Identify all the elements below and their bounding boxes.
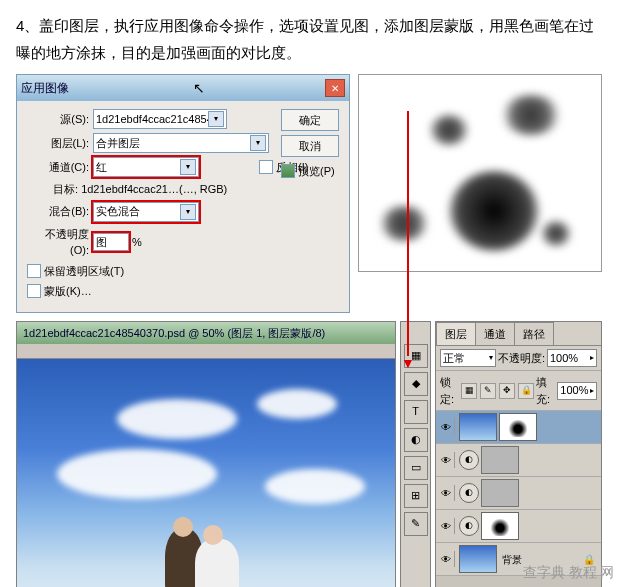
instruction-text: 4、盖印图层，执行应用图像命令操作，选项设置见图，添加图层蒙版，用黑色画笔在过曝…	[0, 0, 618, 74]
lock-transparency-icon[interactable]: ▦	[461, 383, 477, 399]
mask-label: 蒙版(K)…	[44, 283, 92, 300]
red-arrow-line	[407, 111, 409, 356]
adjustment-icon: ◐	[459, 516, 479, 536]
mask-thumb[interactable]	[481, 512, 519, 540]
red-arrow-head: ▼	[401, 353, 415, 374]
document-window: 1d21ebdf4ccac21c48540370.psd @ 50% (图层 1…	[16, 321, 396, 588]
preserve-checkbox[interactable]	[27, 264, 41, 278]
opacity-label: 不透明度(O):	[27, 226, 89, 259]
channel-label: 通道(C):	[27, 159, 89, 176]
mask-thumb[interactable]	[481, 446, 519, 474]
cancel-button[interactable]: 取消	[281, 135, 339, 157]
lock-position-icon[interactable]: ✥	[499, 383, 515, 399]
eye-icon[interactable]: 👁	[438, 485, 455, 501]
watermark: 查字典 教程 网	[523, 562, 614, 583]
opacity-label: 不透明度:	[498, 350, 545, 367]
channel-combo[interactable]: 红▾	[93, 157, 199, 177]
layer-thumb[interactable]	[459, 413, 497, 441]
chevron-down-icon[interactable]: ▾	[180, 204, 196, 220]
layer-row[interactable]: 👁 ◐	[436, 510, 601, 543]
chevron-down-icon[interactable]: ▾	[208, 111, 224, 127]
layer-opacity-input[interactable]: 100%▸	[547, 349, 597, 367]
layer-name: 背景	[502, 552, 522, 567]
source-combo[interactable]: 1d21ebdf4ccac21c4854…▾	[93, 109, 227, 129]
tab-paths[interactable]: 路径	[514, 322, 554, 346]
dialog-title: 应用图像	[21, 79, 193, 97]
dialog-titlebar: 应用图像 ↖ ✕	[17, 75, 349, 101]
tool-button[interactable]: ⊞	[404, 484, 428, 508]
preview-label: 预览(P)	[298, 163, 335, 180]
eye-icon[interactable]: 👁	[438, 419, 455, 435]
layer-row[interactable]: 👁 ◐	[436, 444, 601, 477]
mask-thumb[interactable]	[499, 413, 537, 441]
chevron-down-icon[interactable]: ▾	[250, 135, 266, 151]
apply-image-dialog: 应用图像 ↖ ✕ 确定 取消 预览(P) 源(S): 1d21ebdf4ccac…	[16, 74, 350, 313]
lock-pixels-icon[interactable]: ✎	[480, 383, 496, 399]
photo-subject	[147, 469, 257, 587]
blend-combo[interactable]: 实色混合▾	[93, 202, 199, 222]
eye-icon[interactable]: 👁	[438, 518, 455, 534]
lock-all-icon[interactable]: 🔒	[518, 383, 534, 399]
opacity-input[interactable]: 图	[93, 233, 129, 251]
layer-combo[interactable]: 合并图层▾	[93, 133, 269, 153]
eye-icon[interactable]: 👁	[438, 452, 455, 468]
layer-thumb[interactable]	[459, 545, 497, 573]
adjustment-icon: ◐	[459, 450, 479, 470]
chevron-down-icon[interactable]: ▾	[489, 352, 493, 364]
tool-button[interactable]: ✎	[404, 512, 428, 536]
layer-row[interactable]: 👁 ◐	[436, 477, 601, 510]
mask-thumb[interactable]	[481, 479, 519, 507]
cursor-icon: ↖	[193, 78, 205, 99]
tab-channels[interactable]: 通道	[475, 322, 515, 346]
mask-preview	[358, 74, 602, 272]
tool-button[interactable]: T	[404, 400, 428, 424]
close-icon[interactable]: ✕	[325, 79, 345, 97]
eye-icon[interactable]: 👁	[438, 551, 455, 567]
document-title: 1d21ebdf4ccac21c48540370.psd @ 50% (图层 1…	[17, 322, 395, 345]
source-label: 源(S):	[27, 111, 89, 128]
target-label: 目标:	[53, 183, 78, 195]
tool-button[interactable]: ▭	[404, 456, 428, 480]
canvas[interactable]	[17, 359, 395, 587]
ok-button[interactable]: 确定	[281, 109, 339, 131]
blend-label: 混合(B):	[27, 203, 89, 220]
tool-button[interactable]: ◐	[404, 428, 428, 452]
preview-checkbox[interactable]	[281, 164, 295, 178]
mask-checkbox[interactable]	[27, 284, 41, 298]
fill-input[interactable]: 100%▸	[557, 382, 597, 400]
layer-list: 👁 👁 ◐ 👁 ◐ 👁 ◐	[436, 411, 601, 587]
invert-checkbox[interactable]	[259, 160, 273, 174]
opacity-unit: %	[132, 234, 142, 251]
target-value: 1d21ebdf4ccac21…(…, RGB)	[81, 183, 227, 195]
adjustment-icon: ◐	[459, 483, 479, 503]
layer-label: 图层(L):	[27, 135, 89, 152]
layers-panel: 图层 通道 路径 正常▾ 不透明度: 100%▸ 锁定: ▦ ✎ ✥ 🔒 填充:…	[435, 321, 602, 588]
fill-label: 填充:	[536, 374, 555, 407]
preserve-label: 保留透明区域(T)	[44, 263, 124, 280]
chevron-down-icon[interactable]: ▾	[180, 159, 196, 175]
ruler-horizontal	[17, 344, 395, 359]
blend-mode-combo[interactable]: 正常▾	[440, 349, 496, 367]
lock-label: 锁定:	[440, 374, 459, 407]
layer-row[interactable]: 👁	[436, 411, 601, 444]
tab-layers[interactable]: 图层	[436, 322, 476, 346]
tool-button[interactable]: ◆	[404, 372, 428, 396]
